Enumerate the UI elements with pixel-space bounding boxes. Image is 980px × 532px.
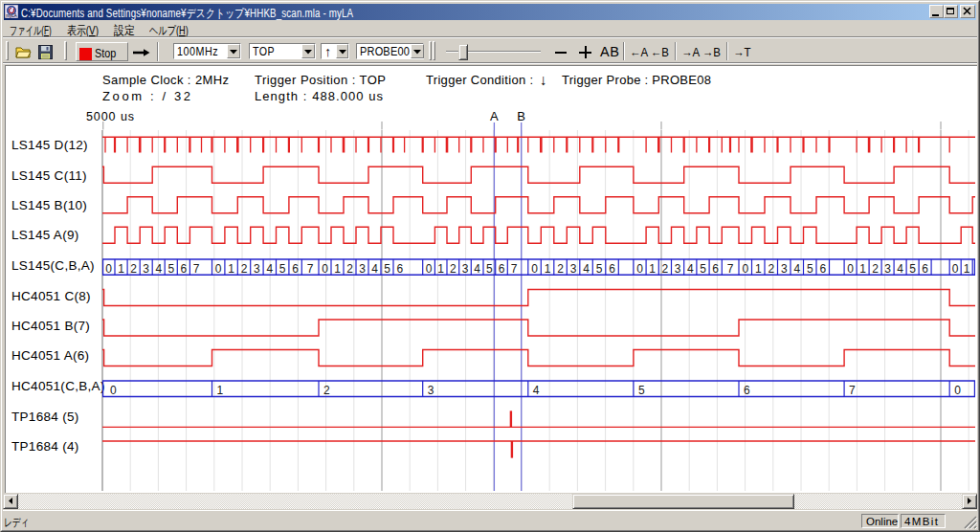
svg-text:0: 0	[954, 384, 961, 397]
svg-text:4: 4	[687, 262, 694, 276]
svg-text:2: 2	[872, 262, 879, 276]
svg-text:LS145 D(12): LS145 D(12)	[11, 138, 88, 152]
svg-text:4: 4	[474, 262, 480, 276]
svg-text:HC4051 A(6): HC4051 A(6)	[11, 348, 89, 363]
svg-text:5: 5	[167, 262, 174, 276]
svg-text:1: 1	[228, 262, 234, 276]
svg-text:Zoom : / 32: Zoom : / 32	[102, 89, 190, 103]
svg-text:7: 7	[727, 262, 734, 276]
svg-text:2: 2	[241, 262, 248, 276]
svg-text:LS145 A(9): LS145 A(9)	[11, 228, 79, 242]
svg-text:5: 5	[638, 384, 645, 397]
svg-text:6: 6	[922, 262, 928, 276]
svg-text:0: 0	[742, 262, 748, 276]
svg-text:1: 1	[437, 262, 444, 276]
svg-text:6: 6	[819, 262, 826, 276]
svg-text:6: 6	[292, 262, 299, 276]
svg-text:1: 1	[859, 262, 866, 276]
svg-text:4: 4	[897, 262, 903, 276]
svg-text:3: 3	[143, 262, 149, 276]
svg-text:3: 3	[570, 262, 577, 276]
svg-text:4: 4	[533, 384, 540, 397]
svg-text:3: 3	[428, 384, 434, 397]
svg-text:HC4051 C(8): HC4051 C(8)	[11, 289, 91, 303]
svg-text:LS145 B(10): LS145 B(10)	[11, 198, 87, 212]
svg-text:B: B	[517, 109, 525, 123]
svg-text:2: 2	[323, 384, 330, 397]
svg-text:2: 2	[450, 262, 457, 276]
svg-text:7: 7	[849, 384, 856, 397]
svg-text:6: 6	[499, 262, 505, 276]
svg-text:6: 6	[744, 384, 750, 397]
svg-text:LS145 C(11): LS145 C(11)	[11, 168, 87, 183]
svg-text:TP1684 (5): TP1684 (5)	[11, 410, 79, 424]
svg-text:1: 1	[545, 262, 551, 276]
svg-text:4: 4	[266, 262, 273, 276]
svg-text:0: 0	[426, 262, 433, 276]
svg-text:HC4051 B(7): HC4051 B(7)	[11, 319, 90, 333]
svg-text:6: 6	[180, 262, 187, 276]
svg-text:Length : 488.000 us: Length : 488.000 us	[255, 89, 384, 103]
svg-text:4: 4	[155, 262, 162, 276]
svg-text:1: 1	[217, 384, 224, 397]
svg-text:2: 2	[557, 262, 564, 276]
svg-text:6: 6	[396, 262, 403, 276]
svg-text:Trigger Probe : PROBE08: Trigger Probe : PROBE08	[562, 73, 711, 87]
svg-text:0: 0	[847, 262, 854, 276]
svg-text:5: 5	[486, 262, 493, 276]
svg-text:↓: ↓	[540, 72, 547, 88]
svg-text:1: 1	[755, 262, 762, 276]
svg-text:Trigger Position : TOP: Trigger Position : TOP	[255, 73, 386, 87]
svg-text:TP1684 (4): TP1684 (4)	[11, 439, 79, 454]
svg-text:0: 0	[952, 262, 959, 276]
svg-text:2: 2	[130, 262, 137, 276]
svg-text:7: 7	[193, 262, 200, 276]
svg-text:0: 0	[110, 384, 117, 397]
svg-text:HC4051(C,B,A): HC4051(C,B,A)	[11, 379, 105, 393]
svg-text:3: 3	[359, 262, 366, 276]
svg-text:6: 6	[609, 262, 615, 276]
svg-text:A: A	[490, 109, 499, 123]
svg-text:0: 0	[215, 262, 222, 276]
svg-text:3: 3	[462, 262, 469, 276]
svg-text:7: 7	[307, 262, 314, 276]
svg-text:4: 4	[583, 262, 590, 276]
svg-text:0: 0	[636, 262, 643, 276]
svg-text:Sample Clock : 2MHz: Sample Clock : 2MHz	[102, 73, 229, 87]
svg-text:LS145(C,B,A): LS145(C,B,A)	[11, 258, 95, 273]
svg-text:3: 3	[781, 262, 788, 276]
svg-text:0: 0	[531, 262, 538, 276]
svg-text:5: 5	[596, 262, 603, 276]
svg-text:Trigger Condition :: Trigger Condition :	[426, 73, 533, 87]
svg-text:3: 3	[254, 262, 260, 276]
svg-text:1: 1	[118, 262, 124, 276]
svg-text:6: 6	[712, 262, 719, 276]
svg-text:0: 0	[105, 262, 112, 276]
svg-text:5000 us: 5000 us	[86, 110, 134, 123]
svg-text:3: 3	[675, 262, 681, 276]
svg-text:2: 2	[662, 262, 669, 276]
svg-text:5: 5	[807, 262, 813, 276]
svg-text:5: 5	[700, 262, 706, 276]
svg-text:0: 0	[322, 262, 328, 276]
svg-text:5: 5	[909, 262, 916, 276]
svg-text:2: 2	[346, 262, 353, 276]
svg-text:7: 7	[511, 262, 518, 276]
svg-text:2: 2	[768, 262, 774, 276]
svg-text:4: 4	[793, 262, 800, 276]
svg-text:1: 1	[334, 262, 341, 276]
svg-text:5: 5	[384, 262, 390, 276]
svg-text:1: 1	[964, 262, 970, 276]
svg-text:3: 3	[884, 262, 891, 276]
svg-text:1: 1	[649, 262, 656, 276]
svg-text:4: 4	[371, 262, 378, 276]
svg-text:5: 5	[279, 262, 286, 276]
